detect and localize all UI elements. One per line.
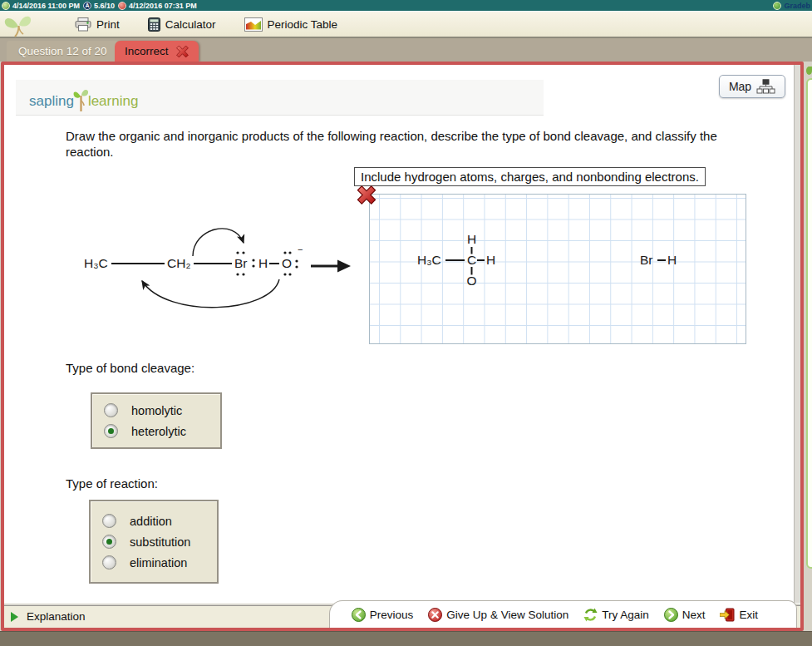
- addition-label: addition: [130, 515, 172, 528]
- product-br-label: Br: [640, 253, 653, 267]
- expand-triangle-icon: [11, 612, 18, 622]
- giveup-icon: [428, 608, 442, 622]
- print-button[interactable]: Print: [70, 15, 125, 34]
- radio-homolytic[interactable]: [104, 403, 118, 417]
- periodic-table-icon: [244, 17, 263, 32]
- periodic-table-label: Periodic Table: [268, 18, 338, 31]
- sapling-tree-icon: [73, 88, 90, 113]
- hydroxide-charge: −: [298, 244, 303, 254]
- topbar-left: 4/14/2016 11:00 PM A 5.6/10 4/12/2016 07…: [2, 2, 197, 10]
- alarm-icon: [118, 2, 126, 10]
- sapling-leaf-icon: [2, 12, 38, 37]
- tryagain-button[interactable]: Try Again: [583, 608, 649, 622]
- incorrect-label: Incorrect: [125, 45, 169, 57]
- clock-icon: [2, 2, 10, 10]
- next-button[interactable]: Next: [664, 608, 706, 622]
- product-c-label: C: [467, 253, 476, 267]
- panel-footer: Explanation Previous: [4, 605, 800, 628]
- option-heterolytic[interactable]: heterolytic: [104, 424, 209, 438]
- product-h-top-label: H: [467, 232, 476, 246]
- hydroxide-h-label: H: [258, 256, 268, 270]
- tab-bar: Question 12 of 20 Incorrect: [0, 38, 812, 62]
- option-addition[interactable]: addition: [102, 514, 205, 528]
- screen: 4/14/2016 11:00 PM A 5.6/10 4/12/2016 07…: [0, 0, 812, 646]
- heterolytic-label: heterolytic: [131, 425, 186, 438]
- logo-word-learning: learning: [88, 93, 139, 110]
- question-panel: sapling learning Map: [1, 62, 804, 631]
- logo-word-sapling: sapling: [29, 93, 74, 110]
- product-ch3-label: H₃C: [417, 253, 441, 267]
- reaction-type-label: Type of reaction:: [66, 476, 158, 491]
- product-structures: H₃C C H H O Br H: [370, 195, 746, 343]
- elimination-label: elimination: [130, 556, 187, 570]
- open-date-item: 4/14/2016 11:00 PM: [2, 2, 80, 10]
- map-button[interactable]: Map: [719, 75, 785, 98]
- panel-scrollbar[interactable]: [794, 65, 800, 605]
- bond-cleavage-options: homolytic heterolytic: [91, 392, 222, 449]
- next-icon: [664, 608, 678, 622]
- tryagain-label: Try Again: [602, 609, 649, 621]
- reactant-ch2-label: CH₂: [167, 256, 190, 270]
- curved-arrow-bond-to-br: [193, 229, 244, 256]
- clipped-side-panel: [806, 65, 812, 575]
- explanation-toggle[interactable]: Explanation: [11, 610, 86, 623]
- due-datetime: 4/12/2016 07:31 PM: [129, 2, 197, 10]
- product-o-label: O: [467, 274, 477, 288]
- calculator-button[interactable]: Calculator: [143, 15, 221, 34]
- product-h-label: H: [667, 253, 677, 267]
- periodic-table-button[interactable]: Periodic Table: [239, 15, 343, 34]
- substitution-label: substitution: [130, 535, 190, 549]
- option-homolytic[interactable]: homolytic: [104, 403, 209, 417]
- clipped-leaf-icon: [806, 67, 812, 75]
- tab-status-incorrect[interactable]: Incorrect: [115, 41, 199, 62]
- radio-substitution[interactable]: [102, 535, 116, 549]
- reactant-br-label: Br: [234, 256, 248, 270]
- drawing-canvas[interactable]: H₃C C H H O Br H: [369, 194, 746, 344]
- calculator-label: Calculator: [165, 18, 216, 31]
- toolbar: Print Calculator: [0, 11, 812, 38]
- due-date-item: 4/12/2016 07:31 PM: [118, 2, 197, 10]
- topbar: 4/14/2016 11:00 PM A 5.6/10 4/12/2016 07…: [0, 0, 812, 11]
- calculator-icon: [148, 17, 160, 32]
- homolytic-label: homolytic: [131, 404, 182, 417]
- next-label: Next: [682, 609, 706, 621]
- reaction-type-options: addition substitution elimination: [89, 500, 219, 584]
- clipped-panel-border: [806, 78, 812, 569]
- bond-cleavage-label: Type of bond cleavage:: [66, 361, 194, 375]
- open-datetime: 4/14/2016 11:00 PM: [12, 2, 80, 10]
- previous-button[interactable]: Previous: [352, 608, 414, 622]
- giveup-button[interactable]: Give Up & View Solution: [428, 608, 568, 622]
- incorrect-answer-x-icon: [356, 185, 377, 205]
- previous-label: Previous: [370, 609, 414, 621]
- incorrect-x-icon: [175, 44, 190, 59]
- score-item: A 5.6/10: [83, 2, 115, 10]
- question-number-label: Question 12 of 20: [18, 45, 107, 57]
- curved-arrow-o-to-c: [142, 279, 279, 308]
- grade-badge-icon: A: [83, 2, 91, 10]
- exit-button[interactable]: Exit: [720, 608, 758, 622]
- printer-icon: [75, 17, 91, 32]
- hydroxide-o-label: O: [282, 256, 292, 270]
- option-elimination[interactable]: elimination: [102, 555, 205, 570]
- gradebook-link[interactable]: Gradeb: [773, 2, 810, 10]
- navigation-tab: Previous Give Up & View Solution: [329, 600, 797, 628]
- gradebook-icon: [773, 2, 781, 10]
- exit-label: Exit: [739, 609, 758, 621]
- product-h-right-label: H: [486, 253, 495, 267]
- sapling-learning-logo: sapling learning: [29, 88, 138, 110]
- radio-elimination[interactable]: [102, 555, 116, 570]
- reaction-arrow: [311, 260, 351, 273]
- sitemap-icon: [756, 79, 775, 94]
- gradebook-label: Gradeb: [784, 2, 810, 10]
- radio-addition[interactable]: [102, 514, 116, 528]
- reactant-ch3-label: H₃C: [84, 256, 108, 270]
- radio-heterolytic[interactable]: [104, 424, 118, 438]
- option-substitution[interactable]: substitution: [102, 535, 205, 549]
- previous-icon: [352, 608, 366, 622]
- tab-question-number[interactable]: Question 12 of 20: [7, 41, 119, 62]
- score-value: 5.6/10: [94, 2, 115, 10]
- question-prompt: Draw the organic and inorganic products …: [66, 128, 764, 160]
- map-label: Map: [729, 80, 751, 93]
- giveup-label: Give Up & View Solution: [446, 609, 568, 621]
- print-label: Print: [96, 18, 120, 31]
